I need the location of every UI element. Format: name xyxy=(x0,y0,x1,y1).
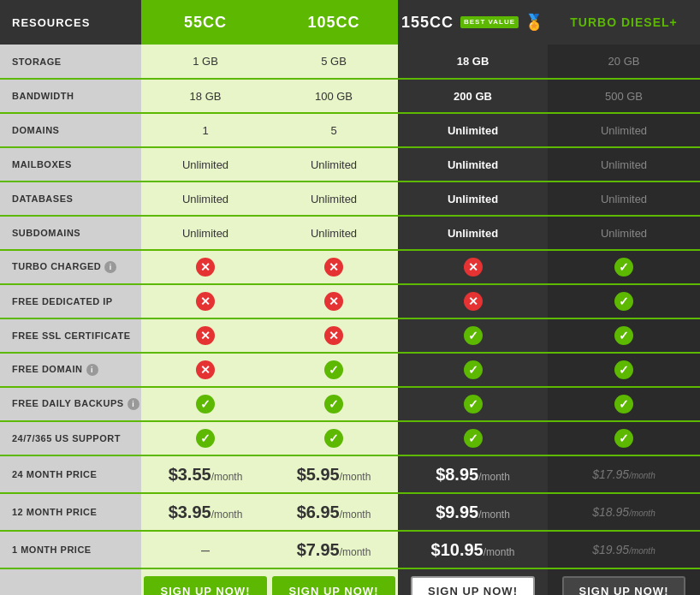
signup-button-155cc[interactable]: SIGN UP NOW! xyxy=(411,576,535,595)
x-icon: ✕ xyxy=(324,326,343,345)
row-label: TURBO CHARGEDi xyxy=(0,250,141,284)
cell-value: Unlimited xyxy=(182,193,228,205)
col3-cell: ✓ xyxy=(398,387,548,421)
col2-cell: ✕ xyxy=(270,318,398,353)
price-col4: $17.95/month xyxy=(548,455,700,493)
feature-row: DATABASES Unlimited Unlimited Unlimited … xyxy=(0,181,700,216)
cell-value: Unlimited xyxy=(601,124,647,137)
cell-value: Unlimited xyxy=(182,158,228,171)
row-label: FREE DAILY BACKUPSi xyxy=(0,387,141,421)
price-per: /month xyxy=(340,509,371,521)
cell-value: 5 xyxy=(330,124,336,137)
price-label-text: 1 MONTH PRICE xyxy=(12,544,92,555)
cell-value: Unlimited xyxy=(448,193,498,205)
price-per: /month xyxy=(629,509,656,518)
price-value: $8.95/month xyxy=(436,465,510,484)
cell-value: 18 GB xyxy=(190,90,222,103)
label-text: SUBDOMAINS xyxy=(12,228,80,238)
label-text: DATABASES xyxy=(12,193,73,204)
price-value: $17.95/month xyxy=(592,467,655,481)
col3-cell: Unlimited xyxy=(398,216,548,250)
label-text: DOMAINS xyxy=(12,125,59,135)
signup-button-55cc[interactable]: SIGN UP NOW! xyxy=(144,576,268,595)
col2-cell: ✕ xyxy=(270,250,398,284)
info-icon[interactable]: i xyxy=(86,364,98,376)
check-icon: ✓ xyxy=(196,429,215,448)
price-value: $18.95/month xyxy=(592,505,655,519)
cell-value: 18 GB xyxy=(457,55,489,68)
col-155cc-label: 155CC xyxy=(401,14,454,32)
signup-button-105cc[interactable]: SIGN UP NOW! xyxy=(272,576,396,595)
check-icon: ✓ xyxy=(614,292,633,311)
row-label: BANDWIDTH xyxy=(0,79,141,113)
col-155cc-header: 155CC BEST VALUE 🏅 xyxy=(398,0,548,45)
signup-col2: SIGN UP NOW! xyxy=(270,568,398,595)
check-icon: ✓ xyxy=(614,258,633,277)
price-label-text: 12 MONTH PRICE xyxy=(12,507,97,517)
x-icon: ✕ xyxy=(196,360,215,379)
col3-cell: Unlimited xyxy=(398,113,548,147)
col2-cell: ✓ xyxy=(270,421,398,455)
col1-cell: ✕ xyxy=(141,318,270,353)
cell-value: Unlimited xyxy=(311,227,357,240)
cell-value: Unlimited xyxy=(601,227,647,240)
col3-cell: ✓ xyxy=(398,318,548,353)
feature-row: FREE DEDICATED IP ✕ ✕ ✕ ✓ xyxy=(0,284,700,318)
label-text: FREE SSL CERTIFICATE xyxy=(12,330,131,341)
col3-cell: ✕ xyxy=(398,284,548,318)
check-icon: ✓ xyxy=(464,395,483,414)
label-text: 24/7/365 US SUPPORT xyxy=(12,433,121,443)
price-per: /month xyxy=(340,471,371,483)
check-icon: ✓ xyxy=(324,360,343,379)
price-per: /month xyxy=(340,546,371,558)
price-row: 24 MONTH PRICE $3.55/month $5.95/month $… xyxy=(0,455,700,493)
x-icon: ✕ xyxy=(464,258,483,277)
cell-value: Unlimited xyxy=(601,193,647,205)
col3-cell: Unlimited xyxy=(398,147,548,181)
price-col4: $18.95/month xyxy=(548,493,700,531)
label-text: FREE DEDICATED IP xyxy=(12,296,113,306)
col4-cell: Unlimited xyxy=(548,181,700,216)
col1-cell: 1 GB xyxy=(141,45,270,79)
cell-value: 200 GB xyxy=(454,90,492,103)
price-row: 12 MONTH PRICE $3.95/month $6.95/month $… xyxy=(0,493,700,531)
col-55cc-header: 55CC xyxy=(141,0,270,45)
price-per: /month xyxy=(211,471,243,483)
x-icon: ✕ xyxy=(324,292,343,311)
col3-cell: ✕ xyxy=(398,250,548,284)
info-icon[interactable]: i xyxy=(128,398,139,410)
price-value: $6.95/month xyxy=(297,503,371,521)
col2-cell: Unlimited xyxy=(270,181,398,216)
col1-cell: ✓ xyxy=(141,421,270,455)
price-col3: $8.95/month xyxy=(398,455,548,493)
feature-row: BANDWIDTH 18 GB 100 GB 200 GB 500 GB xyxy=(0,79,700,113)
signup-button-turbo[interactable]: SIGN UP NOW! xyxy=(562,576,686,595)
price-col3: $10.95/month xyxy=(398,531,548,568)
signup-col1: SIGN UP NOW! xyxy=(141,568,270,595)
price-per: /month xyxy=(629,546,656,556)
col4-cell: Unlimited xyxy=(548,113,700,147)
price-per: /month xyxy=(483,546,515,558)
price-per: /month xyxy=(478,471,510,483)
cell-value: 100 GB xyxy=(315,90,353,103)
label-text: FREE DAILY BACKUPS xyxy=(12,398,124,408)
info-icon[interactable]: i xyxy=(104,261,116,273)
row-label: DATABASES xyxy=(0,181,141,216)
col2-cell: Unlimited xyxy=(270,147,398,181)
price-value: $9.95/month xyxy=(436,503,510,521)
col4-cell: ✓ xyxy=(548,318,700,353)
col1-cell: ✕ xyxy=(141,353,270,387)
col4-cell: ✓ xyxy=(548,284,700,318)
check-icon: ✓ xyxy=(614,326,633,345)
col4-cell: Unlimited xyxy=(548,216,700,250)
col4-cell: 20 GB xyxy=(548,45,700,79)
row-label: STORAGE xyxy=(0,45,141,79)
feature-row: MAILBOXES Unlimited Unlimited Unlimited … xyxy=(0,147,700,181)
col-turbo-header: TURBO DIESEL+ xyxy=(548,0,700,45)
col1-cell: Unlimited xyxy=(141,147,270,181)
price-label-text: 24 MONTH PRICE xyxy=(12,469,97,479)
check-icon: ✓ xyxy=(196,395,215,414)
signup-label-cell xyxy=(0,568,141,595)
x-icon: ✕ xyxy=(196,326,215,345)
check-icon: ✓ xyxy=(464,326,483,345)
